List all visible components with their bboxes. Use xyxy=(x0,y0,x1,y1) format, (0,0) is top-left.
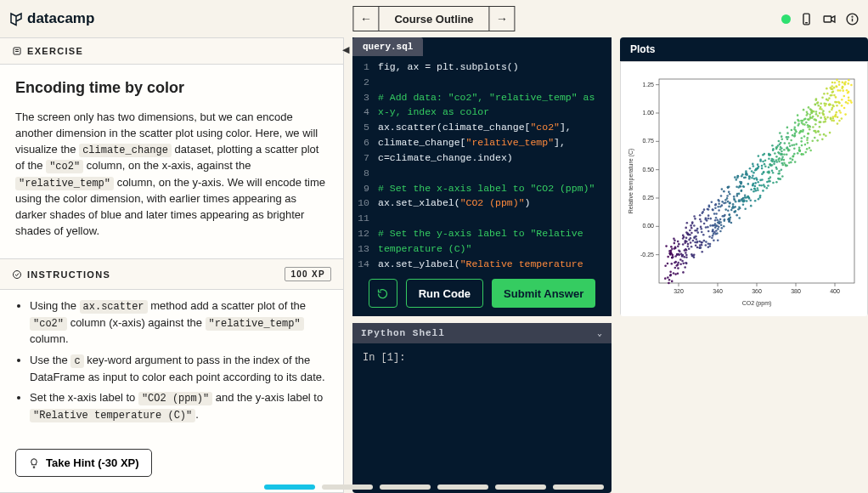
progress-step[interactable] xyxy=(322,484,373,490)
svg-point-650 xyxy=(820,106,822,109)
svg-point-253 xyxy=(720,224,723,227)
svg-point-434 xyxy=(764,165,767,167)
svg-point-409 xyxy=(760,184,763,187)
svg-point-316 xyxy=(744,195,747,197)
svg-point-722 xyxy=(839,111,842,114)
svg-point-557 xyxy=(801,153,803,156)
svg-point-329 xyxy=(740,183,742,185)
svg-point-648 xyxy=(825,118,827,121)
svg-point-490 xyxy=(781,159,783,162)
svg-point-112 xyxy=(690,241,692,244)
video-icon[interactable] xyxy=(822,12,837,26)
svg-point-68 xyxy=(679,258,682,261)
take-hint-button[interactable]: Take Hint (-30 XP) xyxy=(15,449,152,477)
svg-text:0.25: 0.25 xyxy=(642,195,654,201)
svg-text:340: 340 xyxy=(713,288,723,294)
svg-point-58 xyxy=(674,242,676,245)
svg-point-188 xyxy=(707,230,710,233)
svg-point-693 xyxy=(833,87,836,89)
svg-point-417 xyxy=(763,171,765,173)
svg-point-579 xyxy=(802,123,804,126)
ipython-shell[interactable]: IPython Shell ⌄ In [1]: xyxy=(352,323,612,493)
editor-tab[interactable]: query.sql xyxy=(352,37,423,56)
next-button[interactable]: → xyxy=(489,7,515,31)
course-outline-button[interactable]: Course Outline xyxy=(379,7,488,31)
svg-point-179 xyxy=(702,234,705,236)
prev-button[interactable]: ← xyxy=(353,7,379,31)
instructions-list: Using the ax.scatter method add a scatte… xyxy=(0,290,343,437)
svg-point-729 xyxy=(850,84,853,87)
brand-logo[interactable]: datacamp xyxy=(8,10,94,27)
svg-point-383 xyxy=(752,184,754,187)
svg-point-456 xyxy=(777,178,780,180)
svg-point-216 xyxy=(708,206,711,208)
svg-point-657 xyxy=(828,97,831,99)
svg-point-59 xyxy=(669,253,672,256)
svg-point-642 xyxy=(824,121,826,123)
run-code-button[interactable]: Run Code xyxy=(406,279,483,308)
reset-button[interactable] xyxy=(369,279,397,308)
svg-point-338 xyxy=(744,207,747,210)
code-co2: "co2" xyxy=(46,160,83,173)
svg-point-242 xyxy=(718,199,720,201)
svg-point-79 xyxy=(679,263,682,265)
svg-point-229 xyxy=(718,225,720,228)
svg-point-292 xyxy=(729,213,731,216)
code-area[interactable]: 1fig, ax = plt.subplots()23# Add data: "… xyxy=(352,56,612,270)
exercise-icon xyxy=(12,46,22,56)
svg-point-232 xyxy=(713,212,716,215)
progress-step[interactable] xyxy=(437,484,488,490)
svg-point-346 xyxy=(745,173,747,176)
svg-point-719 xyxy=(838,83,841,86)
svg-text:320: 320 xyxy=(674,288,684,294)
svg-point-248 xyxy=(715,224,718,227)
svg-point-638 xyxy=(817,101,820,104)
chevron-down-icon[interactable]: ⌄ xyxy=(597,328,603,338)
svg-point-63 xyxy=(673,272,675,275)
svg-point-623 xyxy=(823,133,826,136)
svg-point-105 xyxy=(678,249,680,252)
svg-point-215 xyxy=(717,239,719,241)
svg-point-643 xyxy=(821,96,824,99)
svg-point-617 xyxy=(819,126,821,128)
svg-point-507 xyxy=(783,149,786,151)
svg-point-705 xyxy=(834,82,837,84)
svg-point-153 xyxy=(690,246,693,248)
svg-point-147 xyxy=(690,237,692,240)
svg-point-208 xyxy=(707,208,710,211)
submit-answer-button[interactable]: Submit Answer xyxy=(492,279,595,308)
svg-point-476 xyxy=(775,156,778,158)
svg-point-496 xyxy=(789,157,792,160)
svg-point-275 xyxy=(728,221,730,224)
phone-icon[interactable] xyxy=(799,12,814,26)
progress-step[interactable] xyxy=(264,484,315,490)
svg-point-515 xyxy=(795,143,798,145)
svg-point-435 xyxy=(772,148,775,150)
svg-point-545 xyxy=(799,150,802,152)
collapse-left-icon[interactable]: ◀ xyxy=(342,44,349,55)
svg-point-521 xyxy=(794,161,797,163)
svg-point-156 xyxy=(701,244,703,246)
progress-step[interactable] xyxy=(495,484,546,490)
svg-point-131 xyxy=(689,230,691,232)
progress-step[interactable] xyxy=(380,484,431,490)
code-editor[interactable]: query.sql 1fig, ax = plt.subplots()23# A… xyxy=(352,37,612,316)
plots-tab[interactable]: Plots xyxy=(620,37,868,61)
svg-point-630 xyxy=(814,130,817,133)
svg-point-9 xyxy=(14,270,21,278)
progress-step[interactable] xyxy=(553,484,604,490)
svg-point-709 xyxy=(842,86,844,88)
svg-point-285 xyxy=(736,214,738,217)
svg-point-431 xyxy=(768,154,770,156)
svg-point-461 xyxy=(775,167,778,170)
svg-point-395 xyxy=(753,188,756,190)
svg-text:1.25: 1.25 xyxy=(642,82,654,88)
svg-point-498 xyxy=(786,132,789,134)
svg-point-85 xyxy=(674,267,677,269)
svg-point-483 xyxy=(777,151,780,154)
info-icon[interactable] xyxy=(845,12,860,26)
svg-point-726 xyxy=(841,99,843,101)
svg-point-305 xyxy=(731,207,734,209)
code-reltemp: "relative_temp" xyxy=(15,177,114,190)
svg-point-494 xyxy=(779,132,781,134)
